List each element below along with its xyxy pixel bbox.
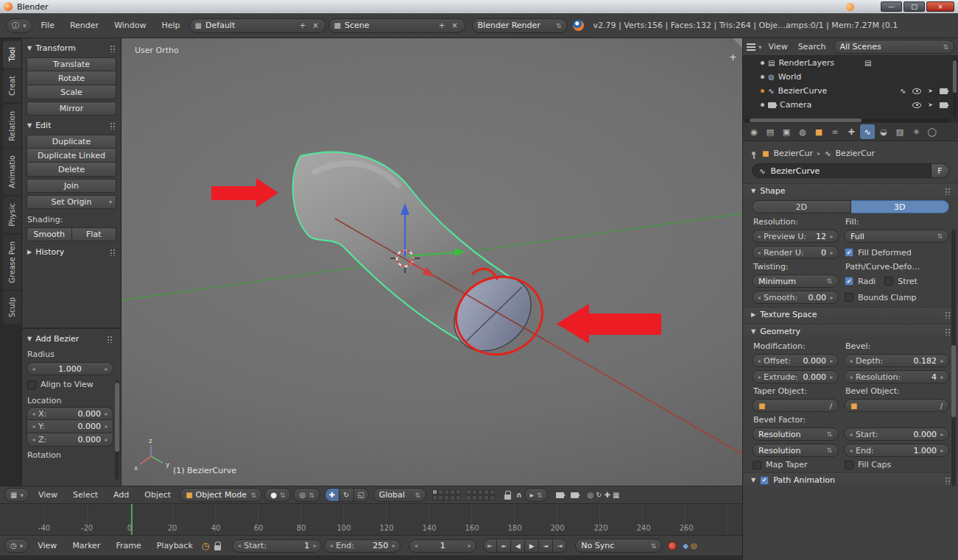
viewport-canvas[interactable]: z x y xyxy=(121,38,742,486)
outliner-item-renderlayers[interactable]: ▤ RenderLayers ▤ xyxy=(743,56,951,70)
constraints-tab-icon[interactable]: ∞ xyxy=(828,124,842,139)
scrollbar-thumb[interactable] xyxy=(951,345,956,417)
datablock-name-field[interactable]: ∿ BezierCurve xyxy=(752,163,931,178)
increment-icon[interactable]: ▸ xyxy=(828,233,835,240)
delete-button[interactable]: Delete xyxy=(27,163,116,177)
end-frame-field[interactable]: ◂ End: 250 ▸ xyxy=(324,539,401,553)
path-animation-checkbox[interactable]: ✔ xyxy=(760,476,769,485)
transform-panel-header[interactable]: ▼ Transform xyxy=(27,40,116,55)
shade-flat-button[interactable]: Flat xyxy=(72,227,117,241)
add-layout-button[interactable]: + xyxy=(298,21,307,29)
render-layers-tab-icon[interactable]: ▤ xyxy=(763,124,778,139)
prev-keyframe-button[interactable]: ↞ xyxy=(497,539,511,553)
fake-user-button[interactable]: F xyxy=(931,163,949,178)
menu-help[interactable]: Help xyxy=(155,18,187,32)
increment-icon[interactable]: ▸ xyxy=(103,366,110,372)
edit-panel-header[interactable]: ▼ Edit xyxy=(27,118,116,132)
selectability-cursor-icon[interactable]: ➤ xyxy=(928,102,933,108)
scrollbar-thumb[interactable] xyxy=(953,60,957,93)
shade-smooth-button[interactable]: Smooth xyxy=(27,227,72,241)
renderability-camera-icon[interactable] xyxy=(940,102,948,108)
geometry-panel-header[interactable]: ▼ Geometry xyxy=(743,324,958,339)
jump-to-start-button[interactable]: ⇤ xyxy=(483,539,497,553)
region-corner-handle[interactable] xyxy=(733,38,742,48)
sidebar-tab-relations[interactable]: Relation xyxy=(3,104,21,148)
panel-drag-dots[interactable] xyxy=(109,248,116,256)
panel-drag-dots[interactable] xyxy=(944,311,951,319)
outliner-vertical-scrollbar[interactable] xyxy=(953,58,957,117)
bevel-factor-end-mapping-dropdown[interactable]: Resolution ⇅ xyxy=(752,444,839,457)
renderability-camera-icon[interactable] xyxy=(940,88,948,94)
proportional-edit-icon[interactable]: ◎ xyxy=(587,491,594,499)
visibility-eye-icon[interactable] xyxy=(912,88,921,94)
bevel-factor-end-field[interactable]: ◂ End: 1.000 ▸ xyxy=(844,444,949,457)
decrement-icon[interactable]: ◂ xyxy=(30,436,37,443)
increment-icon[interactable]: ▸ xyxy=(939,447,945,454)
checkbox[interactable]: ✔ xyxy=(845,277,853,286)
timeline-menu-marker[interactable]: Marker xyxy=(66,539,107,553)
toolshelf-scrollbar[interactable] xyxy=(115,380,119,480)
bevel-object-field[interactable]: ■ ∕ xyxy=(844,399,949,412)
expand-dot-icon[interactable] xyxy=(761,103,764,107)
collapse-icon[interactable]: ▼ xyxy=(27,122,32,129)
eyedropper-icon[interactable]: ∕ xyxy=(940,402,943,410)
expand-dot-icon[interactable] xyxy=(761,61,764,65)
modifiers-tab-icon[interactable]: ✚ xyxy=(844,124,859,139)
increment-icon[interactable]: ▸ xyxy=(466,542,473,549)
decrement-icon[interactable]: ◂ xyxy=(848,374,854,380)
checkbox[interactable] xyxy=(845,293,853,302)
bevel-factor-start-mapping-dropdown[interactable]: Resolution ⇅ xyxy=(752,428,839,441)
outliner-horizontal-scrollbar[interactable] xyxy=(745,118,949,122)
decrement-icon[interactable]: ◂ xyxy=(30,411,37,417)
align-to-view-checkbox[interactable]: Align to View xyxy=(27,377,113,392)
dimension-3d-button[interactable]: 3D xyxy=(851,200,950,213)
scale-button[interactable]: Scale xyxy=(27,85,116,99)
outliner-item-world[interactable]: ◍ World xyxy=(743,70,951,84)
mode-dropdown[interactable]: ■ Object Mode ⇅ xyxy=(180,488,262,502)
timeline-ruler[interactable]: -40 -20 0 20 40 60 80 100 120 140 160 18… xyxy=(0,504,742,536)
view3d-menu-add[interactable]: Add xyxy=(107,488,135,502)
checkbox[interactable] xyxy=(845,461,853,469)
use-preview-range-button[interactable]: ◷ xyxy=(202,541,209,551)
outliner-scope-dropdown[interactable]: All Scenes ⇅ xyxy=(834,40,954,54)
region-expand-button[interactable]: + xyxy=(729,52,737,63)
taper-object-field[interactable]: ■ ∕ xyxy=(752,399,839,412)
set-origin-button[interactable]: Set Origin ▾ xyxy=(27,195,116,209)
checkbox[interactable]: ✔ xyxy=(845,248,853,257)
opengl-render-anim-button[interactable] xyxy=(571,492,579,498)
scene-tab-icon[interactable]: ▣ xyxy=(779,124,794,139)
expand-icon[interactable]: ▶ xyxy=(751,311,756,318)
snap-target-dropdown[interactable]: ▸ ⇅ xyxy=(524,488,549,502)
collapse-icon[interactable]: ▼ xyxy=(27,336,32,342)
window-maximize-button[interactable]: □ xyxy=(904,1,925,12)
render-engine-dropdown[interactable]: Blender Render ⇅ xyxy=(472,18,568,33)
keying-set-icon[interactable]: ◆ xyxy=(683,542,688,550)
view3d-menu-object[interactable]: Object xyxy=(138,488,177,502)
scrollbar-thumb[interactable] xyxy=(115,383,119,453)
increment-icon[interactable]: ▸ xyxy=(311,542,318,549)
layer-cell-active[interactable] xyxy=(432,489,437,495)
expand-icon[interactable]: ▶ xyxy=(27,249,32,255)
outliner-menu-view[interactable]: View xyxy=(765,40,792,54)
viewport-shading-dropdown[interactable]: ● ⇅ xyxy=(264,488,291,502)
add-bezier-panel-header[interactable]: ▼ Add Bezier xyxy=(27,331,113,346)
render-u-field[interactable]: ◂ Render U: 0 ▸ xyxy=(752,246,839,259)
panel-drag-dots[interactable] xyxy=(944,187,951,195)
decrement-icon[interactable]: ◂ xyxy=(756,374,762,380)
history-icon[interactable]: ↻ xyxy=(596,491,602,499)
map-taper-checkbox[interactable]: Map Taper xyxy=(752,460,839,469)
viewport-3d[interactable]: z x y User Ortho (1) BezierCurve + xyxy=(121,38,742,486)
increment-icon[interactable]: ▸ xyxy=(103,436,110,443)
increment-icon[interactable]: ▸ xyxy=(828,249,835,256)
location-z-field[interactable]: ◂ Z: 0.000 ▸ xyxy=(27,433,113,447)
menu-render[interactable]: Render xyxy=(63,18,105,32)
translate-manipulator-button[interactable]: ✚ xyxy=(325,488,339,502)
manipulator-toggle-icon[interactable]: ✚ xyxy=(605,491,610,499)
decrement-icon[interactable]: ◂ xyxy=(30,366,37,372)
decrement-icon[interactable]: ◂ xyxy=(328,542,334,549)
bounds-clamp-checkbox[interactable]: Bounds Clamp xyxy=(844,293,949,302)
panel-drag-dots[interactable] xyxy=(109,121,116,130)
timeline-editor-selector[interactable]: ◷ ▾ xyxy=(4,539,29,553)
increment-icon[interactable]: ▸ xyxy=(828,294,835,301)
path-animation-panel-header[interactable]: ▼ ✔ Path Animation xyxy=(743,472,958,487)
